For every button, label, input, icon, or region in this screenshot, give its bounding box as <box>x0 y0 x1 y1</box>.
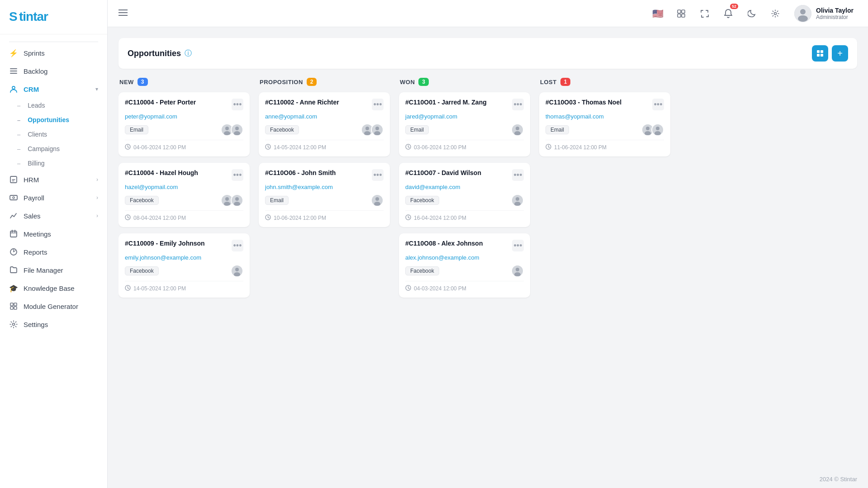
card-avatars <box>511 123 524 136</box>
sidebar-item-leads[interactable]: Leads <box>0 98 107 113</box>
flag-icon[interactable]: 🇺🇸 <box>650 5 666 22</box>
card-tag: Facebook <box>125 196 159 205</box>
file-manager-icon <box>9 265 18 275</box>
svg-point-64 <box>516 127 519 130</box>
grid-view-button[interactable] <box>812 45 828 62</box>
chevron-down-icon: ▾ <box>95 86 98 92</box>
expand-icon[interactable] <box>697 5 713 22</box>
sidebar-item-file-manager[interactable]: File Manager <box>0 261 107 279</box>
svg-point-29 <box>798 15 808 22</box>
card-email: david@example.com <box>405 184 524 190</box>
card-menu-button[interactable]: ••• <box>232 169 243 181</box>
svg-point-28 <box>800 9 806 14</box>
card-tag: Facebook <box>405 196 439 205</box>
sidebar-item-meetings[interactable]: Meetings <box>0 225 107 243</box>
clock-icon <box>125 214 131 222</box>
sidebar-item-label: Backlog <box>24 67 47 75</box>
card-avatar <box>511 194 524 207</box>
card-tag: Facebook <box>405 266 439 275</box>
settings-icon <box>9 320 18 329</box>
sidebar-sub-label: Leads <box>28 102 45 109</box>
column-header-lost: LOST 1 <box>539 78 670 86</box>
user-profile[interactable]: Olivia Taylor Administrator <box>791 3 857 24</box>
sidebar-item-label: Knowledge Base <box>24 284 75 292</box>
svg-rect-24 <box>678 14 681 17</box>
notifications-icon[interactable]: 52 <box>720 5 736 22</box>
card-menu-button[interactable]: ••• <box>232 99 243 110</box>
user-role: Administrator <box>816 14 854 20</box>
svg-rect-14 <box>10 303 13 306</box>
clock-icon <box>265 214 271 222</box>
page-header: Opportunities ⓘ + <box>119 38 857 69</box>
card-menu-button[interactable]: ••• <box>512 99 524 110</box>
menu-icon[interactable] <box>119 8 128 19</box>
card-time: 10-06-2024 12:00 PM <box>274 215 326 221</box>
column-badge: 3 <box>138 78 148 86</box>
card-avatars <box>371 194 384 207</box>
sidebar-item-sprints[interactable]: ⚡ Sprints <box>0 44 107 62</box>
card-avatars <box>511 265 524 277</box>
chevron-right-icon: › <box>96 213 98 219</box>
sidebar-item-reports[interactable]: Reports <box>0 243 107 261</box>
sidebar-item-label: Sprints <box>24 49 45 57</box>
kanban-column-proposition: PROPOSITION 2 #C110002 - Anne Richter ••… <box>259 78 390 304</box>
sidebar-item-module-generator[interactable]: Module Generator <box>0 297 107 315</box>
clock-icon <box>265 144 271 151</box>
info-icon: ⓘ <box>185 49 192 58</box>
sidebar-item-crm[interactable]: CRM ▾ <box>0 80 107 98</box>
svg-point-38 <box>235 127 239 130</box>
dark-mode-icon[interactable] <box>744 5 760 22</box>
sidebar-item-billing[interactable]: Billing <box>0 156 107 171</box>
card-tag: Facebook <box>125 266 159 275</box>
card-title: #C110O01 - Jarred M. Zang <box>405 99 487 106</box>
kanban-card: #C110009 - Emily Johnson ••• emily.johns… <box>119 233 250 298</box>
card-avatar <box>231 123 243 136</box>
user-name: Olivia Taylor <box>816 7 854 14</box>
svg-point-60 <box>375 197 379 201</box>
sidebar-item-campaigns[interactable]: Campaigns <box>0 142 107 156</box>
sidebar-item-payroll[interactable]: Payroll › <box>0 189 107 207</box>
clock-icon <box>405 285 411 292</box>
card-menu-button[interactable]: ••• <box>512 169 524 181</box>
topbar-settings-icon[interactable] <box>767 5 783 22</box>
card-avatars <box>221 123 243 136</box>
svg-point-35 <box>225 127 229 130</box>
main-area: 🇺🇸 52 Olivia Taylor Administrator <box>108 0 868 488</box>
sidebar-item-knowledge-base[interactable]: 🎓 Knowledge Base <box>0 279 107 297</box>
card-avatar <box>511 265 524 277</box>
card-time: 03-06-2024 12:00 PM <box>414 144 466 151</box>
sidebar-item-sales[interactable]: Sales › <box>0 207 107 225</box>
footer-text: 2024 © Stintar <box>820 476 857 483</box>
svg-rect-15 <box>14 303 17 306</box>
column-badge: 1 <box>560 78 571 86</box>
card-menu-button[interactable]: ••• <box>652 99 664 110</box>
sidebar-item-opportunities[interactable]: Opportunities <box>0 113 107 127</box>
sidebar-item-label: CRM <box>24 85 39 93</box>
card-time: 08-04-2024 12:00 PM <box>133 215 186 221</box>
card-menu-button[interactable]: ••• <box>372 169 384 181</box>
svg-rect-31 <box>821 50 823 53</box>
card-time: 14-05-2024 12:00 PM <box>133 285 186 292</box>
svg-point-72 <box>516 268 519 271</box>
sidebar-item-clients[interactable]: Clients <box>0 127 107 142</box>
sidebar-item-label: Sales <box>24 212 41 220</box>
card-menu-button[interactable]: ••• <box>512 240 524 251</box>
grid-icon[interactable] <box>673 5 689 22</box>
sidebar-item-settings[interactable]: Settings <box>0 315 107 333</box>
card-title: #C110O06 - John Smith <box>265 169 336 176</box>
card-menu-button[interactable]: ••• <box>372 99 384 110</box>
sidebar-sub-label: Billing <box>28 160 44 167</box>
sidebar-item-backlog[interactable]: Backlog <box>0 62 107 80</box>
card-email: alex.johnson@example.com <box>405 254 524 261</box>
svg-text:S: S <box>9 9 17 24</box>
svg-rect-22 <box>678 10 681 13</box>
sidebar-item-hrm[interactable]: HRM › <box>0 171 107 189</box>
meetings-icon <box>9 229 18 238</box>
sidebar-sub-label: Campaigns <box>28 145 60 152</box>
card-menu-button[interactable]: ••• <box>232 240 243 251</box>
add-button[interactable]: + <box>832 45 848 62</box>
card-title: #C110002 - Anne Richter <box>265 99 339 106</box>
logo: S tintar <box>0 0 107 34</box>
card-time: 04-06-2024 12:00 PM <box>133 144 186 151</box>
sprints-icon: ⚡ <box>9 48 18 57</box>
